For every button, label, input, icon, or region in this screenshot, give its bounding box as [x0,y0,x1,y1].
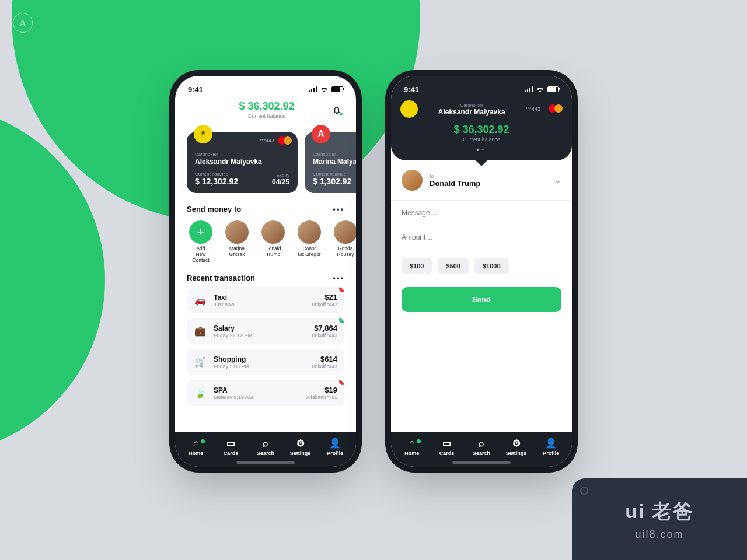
recipient-selector[interactable]: to Donald Trump ⌄ [391,160,572,201]
page-indicator[interactable]: ●● [391,147,572,152]
card-balance: $ 1,302.92 [313,177,356,186]
recipient-name: Donald Trump [430,179,547,188]
battery-icon [547,86,559,92]
tx-amount: $19 [306,386,337,394]
battery-icon [331,86,343,92]
card-last-digits: ***443 [525,106,540,112]
amount-input[interactable] [391,225,572,250]
home-icon: ⌂ [181,438,211,449]
tag-hole-icon [580,487,588,495]
tab-search[interactable]: ⌕Search [467,438,496,456]
wifi-icon [320,85,329,94]
cardholder-name: Marina Malyavka [313,158,356,166]
contact-name: ConorMc'Gregor [295,246,323,258]
tx-subtitle: Just now [214,302,304,307]
tx-amount: $614 [311,355,337,363]
status-dot [339,318,344,323]
contact-name: MarinaGritsak [223,246,251,258]
tab-home[interactable]: ⌂Home [397,438,427,456]
transaction-row[interactable]: 🛒 ShoppingFriday 5:03 PM $614Tinkoff *44… [187,349,344,375]
card-balance-label: Current balance [313,172,356,177]
cardholder-label: Cardholder [424,103,519,108]
balance-label: Current balance [204,113,329,119]
card-expiry-label: Expiry [272,173,289,178]
tab-label: Home [189,450,203,456]
chevron-down-icon: ⌄ [554,176,561,185]
settings-icon: ⚙ [286,438,315,449]
mastercard-icon [278,136,292,146]
tab-settings[interactable]: ⚙Settings [286,438,315,456]
tab-home[interactable]: ⌂Home [181,438,211,456]
contacts-row[interactable]: +AddNew ContactMarinaGritsakDonaldTrumpC… [175,218,356,270]
avatar [261,220,285,244]
bank-badge-icon [194,125,212,144]
spa-icon: 🍃 [194,387,207,398]
status-bar: 9:41 [175,76,356,97]
tab-profile[interactable]: 👤Profile [320,438,350,456]
brand-badge: A [13,13,33,33]
watermark-line2: uil8.com [635,528,683,541]
quick-amount-button[interactable]: $500 [438,258,468,274]
tab-label: Cards [439,450,455,456]
tab-label: Settings [290,450,311,456]
message-input[interactable] [391,201,572,225]
bank-card[interactable]: ***443 Cardholder Aleksandr Malyavka Cur… [187,132,298,193]
profile-icon: 👤 [320,438,350,449]
cards-icon: ▭ [216,438,245,449]
more-button[interactable]: ••• [333,274,344,282]
tx-subtitle: Monday 9:12 AM [214,394,299,400]
avatar [225,220,249,244]
tab-cards[interactable]: ▭Cards [216,438,245,456]
plus-icon: + [189,220,212,244]
contact-avatar[interactable]: RondaRousey [331,220,356,263]
cardholder-name: Aleksandr Malyavka [195,158,289,166]
tx-source: Tinkoff *443 [311,363,337,369]
contact-avatar[interactable]: ConorMc'Gregor [295,220,323,263]
cardholder-label: Cardholder [313,152,356,157]
transaction-row[interactable]: 💼 SalaryFriday 22:12 PM $7,864Tinkoff *4… [187,318,344,344]
tx-subtitle: Friday 5:03 PM [214,363,304,369]
balance-amount: $ 36,302.92 [391,124,572,136]
contact-avatar[interactable]: MarinaGritsak [223,220,251,263]
profile-icon: 👤 [536,438,566,449]
tx-title: Shopping [214,355,304,363]
card-balance-label: Current balance [195,172,238,177]
status-indicators [525,85,560,94]
tab-label: Search [473,450,490,456]
send-button[interactable]: Send [402,287,561,312]
tx-amount: $21 [311,293,337,302]
quick-amount-button[interactable]: $1000 [474,258,509,274]
card-balance: $ 12,302.92 [195,177,238,186]
cardholder-label: Cardholder [195,152,289,157]
tab-label: Cards [224,450,239,456]
more-button[interactable]: ••• [333,205,344,214]
quick-amount-button[interactable]: $100 [402,258,432,274]
tab-cards[interactable]: ▭Cards [432,438,461,456]
add-contact-button[interactable]: +AddNew Contact [187,220,215,263]
bank-card[interactable]: A Cardholder Marina Malyavka Current bal… [305,132,356,193]
contact-avatar[interactable]: DonaldTrump [259,220,287,263]
card-header-panel: 9:41 Cardholder Aleksandr Malyavka ***44… [391,76,572,160]
watermark-line1: ui 老爸 [625,498,694,525]
transaction-row[interactable]: 🚗 TaxiJust now $21Tinkoff *443 [187,287,344,313]
contact-name: AddNew Contact [187,246,215,263]
tx-source: Tinkoff *443 [311,302,337,307]
status-time: 9:41 [188,85,203,94]
tab-settings[interactable]: ⚙Settings [502,438,531,456]
tab-bar: ⌂Home▭Cards⌕Search⚙Settings👤Profile [175,432,356,467]
notifications-button[interactable] [329,102,344,117]
bank-badge-icon [400,100,418,118]
car-icon: 🚗 [194,295,207,306]
cards-carousel[interactable]: ***443 Cardholder Aleksandr Malyavka Cur… [175,125,356,201]
contact-name: DonaldTrump [259,246,287,258]
phone-home-screen: 9:41 $ 36,302.92 Current balance [175,76,356,467]
phone-send-screen: 9:41 Cardholder Aleksandr Malyavka ***44… [391,76,572,467]
transaction-row[interactable]: 🍃 SPAMonday 9:12 AM $19Alfabank *791 [187,380,344,406]
briefcase-icon: 💼 [194,326,207,337]
tab-search[interactable]: ⌕Search [251,438,280,456]
tab-label: Home [404,450,419,456]
quick-amount-row: $100$500$1000 [391,250,572,282]
tab-profile[interactable]: 👤Profile [536,438,566,456]
mastercard-icon [549,104,563,114]
home-icon: ⌂ [397,438,427,449]
